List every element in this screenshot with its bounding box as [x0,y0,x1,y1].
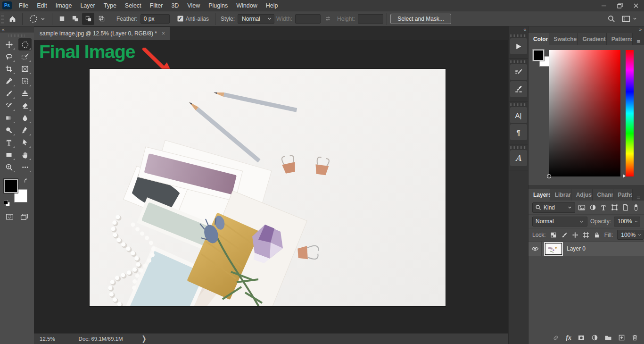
link-layers-icon[interactable] [552,334,560,342]
tool-path-selection[interactable] [18,136,32,149]
lock-artboard-icon[interactable] [583,232,589,238]
tool-pen[interactable] [18,124,32,136]
lock-image-pixels-icon[interactable] [561,232,568,238]
intersect-selection-button[interactable] [95,13,107,25]
tool-history-brush[interactable] [2,100,16,112]
filter-shape-layers-icon[interactable] [611,204,619,211]
lock-transparent-pixels-icon[interactable] [550,232,557,238]
tool-dodge[interactable] [2,124,16,136]
layer-effects-icon[interactable]: fx [566,334,571,342]
lock-position-icon[interactable] [572,232,578,238]
tab-layers[interactable]: Layers [528,189,550,201]
tool-gradient[interactable] [2,112,16,124]
document-image[interactable] [90,69,446,306]
document-info[interactable]: Doc: 69.1M/69.1M ❯ [72,336,153,342]
tool-healing-brush[interactable] [18,75,32,87]
layer-row-layer-0[interactable]: Layer 0 [528,242,644,256]
default-colors-icon[interactable] [4,200,10,206]
menu-window[interactable]: Window [232,0,261,11]
actions-panel-button[interactable] [510,38,527,54]
new-selection-button[interactable] [56,13,68,25]
collapse-dock-button[interactable]: » [528,26,644,33]
tool-eyedropper[interactable] [2,75,16,87]
new-adjustment-layer-icon[interactable] [591,334,598,341]
status-chevron-icon[interactable]: ❯ [142,335,147,343]
layer-thumbnail[interactable] [545,243,562,255]
layer-visibility-toggle[interactable] [528,242,542,256]
menu-3d[interactable]: 3D [167,0,183,11]
filter-type-layers-icon[interactable] [600,204,608,211]
filter-toggle-icon[interactable] [632,204,640,211]
tool-brush[interactable] [2,87,16,100]
tool-hand[interactable] [18,149,32,161]
menu-layer[interactable]: Layer [76,0,99,11]
filter-smart-objects-icon[interactable] [621,204,629,211]
tab-paths[interactable]: Paths [613,189,633,201]
blend-mode-dropdown[interactable]: Normal [532,217,587,227]
delete-layer-icon[interactable] [631,334,638,341]
select-and-mask-button[interactable]: Select and Mask... [390,14,451,24]
tab-gradients[interactable]: Gradients [578,33,606,45]
brushes-panel-button[interactable] [510,81,527,97]
restore-button[interactable] [612,0,628,11]
paragraph-panel-button[interactable]: ¶ [510,124,527,140]
zoom-level-field[interactable]: 12.5% [34,336,61,342]
lock-all-icon[interactable] [594,232,600,238]
add-to-selection-button[interactable] [69,13,81,25]
photoshop-logo[interactable]: Ps [2,1,12,9]
workspace-switcher[interactable] [622,15,637,23]
add-layer-mask-icon[interactable] [578,334,585,342]
tab-patterns[interactable]: Patterns [607,33,633,45]
filter-pixel-layers-icon[interactable] [578,204,586,211]
menu-file[interactable]: File [15,0,33,11]
menu-type[interactable]: Type [99,0,121,11]
tool-frame[interactable] [18,63,32,75]
tool-object-selection[interactable] [18,50,32,63]
layer-name[interactable]: Layer 0 [567,245,586,252]
minimize-button[interactable] [596,0,612,11]
tab-channels[interactable]: Chann [593,189,613,201]
document-tab[interactable]: sample image.jpg @ 12.5% (Layer 0, RGB/8… [34,27,170,40]
canvas-area[interactable]: Final Image [34,40,508,333]
subtract-from-selection-button[interactable] [82,13,94,25]
swap-width-height-icon[interactable] [324,15,331,22]
close-tab-icon[interactable]: × [162,30,165,37]
toolbar-gripper[interactable] [8,34,25,37]
hue-marker[interactable] [623,174,626,178]
color-cursor[interactable] [547,174,551,178]
tab-swatches[interactable]: Swatches [549,33,578,45]
toolbar-collapse-button[interactable]: « [0,26,34,33]
search-icon[interactable] [607,15,615,23]
tab-libraries[interactable]: Librari [550,189,571,201]
close-button[interactable] [628,0,644,11]
new-layer-icon[interactable] [618,334,625,341]
tool-preset-picker[interactable] [26,14,49,24]
antialias-checkbox[interactable]: ✓ [177,16,183,22]
menu-filter[interactable]: Filter [146,0,167,11]
menu-edit[interactable]: Edit [33,0,51,11]
swap-colors-icon[interactable] [24,178,30,185]
layers-list-empty-area[interactable] [528,256,644,331]
tool-clone-stamp[interactable] [18,87,32,100]
menu-select[interactable]: Select [121,0,146,11]
tool-rectangle[interactable] [2,149,16,161]
home-button[interactable] [6,13,19,25]
foreground-color-swatch[interactable] [4,179,18,193]
tool-elliptical-marquee[interactable] [18,38,32,50]
tool-crop[interactable] [2,63,16,75]
menu-help[interactable]: Help [262,0,282,11]
foreground-color-swatch[interactable] [533,50,544,61]
tool-move[interactable] [2,38,16,50]
tool-type[interactable] [2,136,16,149]
options-bar-gripper[interactable] [1,14,4,24]
fill-dropdown[interactable]: 100% [617,230,644,240]
panel-menu-icon[interactable]: ≡ [633,193,644,201]
hue-slider[interactable] [626,50,634,176]
panel-menu-icon[interactable]: ≡ [633,38,644,45]
glyphs-panel-button[interactable]: A [510,150,527,166]
screen-mode-button[interactable] [20,213,28,221]
brush-settings-panel-button[interactable] [510,64,527,80]
layer-filter-dropdown[interactable]: Kind [532,202,575,213]
new-group-icon[interactable] [604,334,612,342]
style-dropdown[interactable]: Normal [238,14,274,24]
